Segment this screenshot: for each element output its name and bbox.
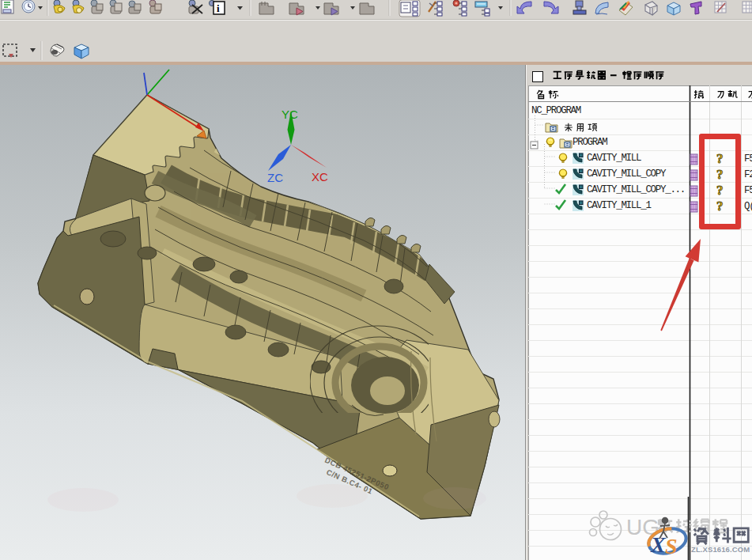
svg-text:ZC: ZC — [267, 171, 283, 184]
svg-text:YC: YC — [282, 108, 298, 121]
svg-text:i: i — [217, 2, 220, 14]
svg-text:XC: XC — [312, 170, 328, 184]
